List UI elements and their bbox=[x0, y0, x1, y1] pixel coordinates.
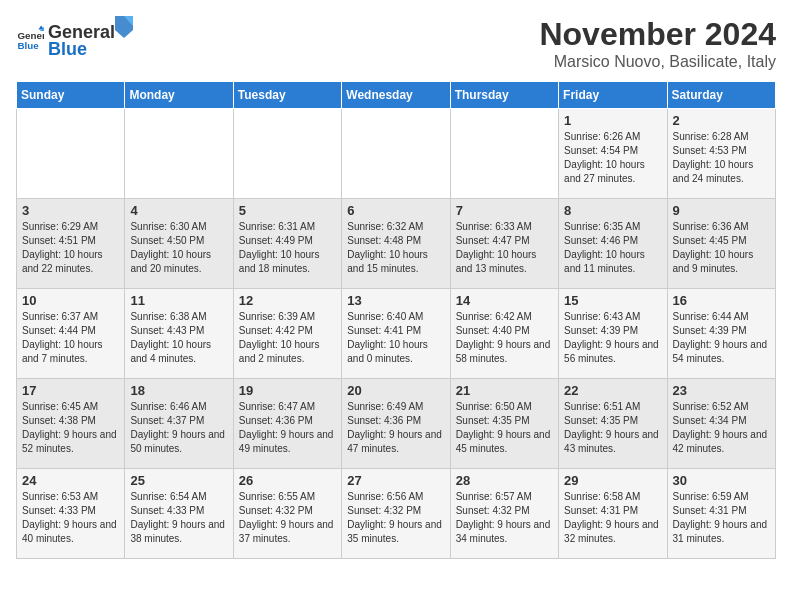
day-number: 4 bbox=[130, 203, 227, 218]
calendar-cell: 3Sunrise: 6:29 AM Sunset: 4:51 PM Daylig… bbox=[17, 199, 125, 289]
header: General Blue General Blue November 2024 … bbox=[16, 16, 776, 71]
day-info: Sunrise: 6:55 AM Sunset: 4:32 PM Dayligh… bbox=[239, 490, 336, 546]
day-info: Sunrise: 6:59 AM Sunset: 4:31 PM Dayligh… bbox=[673, 490, 770, 546]
day-number: 27 bbox=[347, 473, 444, 488]
calendar-cell bbox=[17, 109, 125, 199]
day-info: Sunrise: 6:45 AM Sunset: 4:38 PM Dayligh… bbox=[22, 400, 119, 456]
day-number: 18 bbox=[130, 383, 227, 398]
day-info: Sunrise: 6:37 AM Sunset: 4:44 PM Dayligh… bbox=[22, 310, 119, 366]
day-number: 30 bbox=[673, 473, 770, 488]
day-number: 28 bbox=[456, 473, 553, 488]
day-info: Sunrise: 6:52 AM Sunset: 4:34 PM Dayligh… bbox=[673, 400, 770, 456]
month-title: November 2024 bbox=[539, 16, 776, 53]
day-number: 29 bbox=[564, 473, 661, 488]
day-info: Sunrise: 6:42 AM Sunset: 4:40 PM Dayligh… bbox=[456, 310, 553, 366]
calendar-cell: 16Sunrise: 6:44 AM Sunset: 4:39 PM Dayli… bbox=[667, 289, 775, 379]
day-info: Sunrise: 6:58 AM Sunset: 4:31 PM Dayligh… bbox=[564, 490, 661, 546]
calendar-cell: 30Sunrise: 6:59 AM Sunset: 4:31 PM Dayli… bbox=[667, 469, 775, 559]
day-info: Sunrise: 6:50 AM Sunset: 4:35 PM Dayligh… bbox=[456, 400, 553, 456]
day-info: Sunrise: 6:49 AM Sunset: 4:36 PM Dayligh… bbox=[347, 400, 444, 456]
calendar-cell: 23Sunrise: 6:52 AM Sunset: 4:34 PM Dayli… bbox=[667, 379, 775, 469]
day-number: 20 bbox=[347, 383, 444, 398]
day-number: 14 bbox=[456, 293, 553, 308]
calendar-week-2: 3Sunrise: 6:29 AM Sunset: 4:51 PM Daylig… bbox=[17, 199, 776, 289]
day-number: 2 bbox=[673, 113, 770, 128]
logo: General Blue General Blue bbox=[16, 16, 133, 60]
calendar-cell: 12Sunrise: 6:39 AM Sunset: 4:42 PM Dayli… bbox=[233, 289, 341, 379]
calendar: Sunday Monday Tuesday Wednesday Thursday… bbox=[16, 81, 776, 559]
day-number: 26 bbox=[239, 473, 336, 488]
calendar-week-4: 17Sunrise: 6:45 AM Sunset: 4:38 PM Dayli… bbox=[17, 379, 776, 469]
header-thursday: Thursday bbox=[450, 82, 558, 109]
day-info: Sunrise: 6:35 AM Sunset: 4:46 PM Dayligh… bbox=[564, 220, 661, 276]
day-info: Sunrise: 6:30 AM Sunset: 4:50 PM Dayligh… bbox=[130, 220, 227, 276]
day-number: 11 bbox=[130, 293, 227, 308]
calendar-cell: 15Sunrise: 6:43 AM Sunset: 4:39 PM Dayli… bbox=[559, 289, 667, 379]
calendar-cell: 19Sunrise: 6:47 AM Sunset: 4:36 PM Dayli… bbox=[233, 379, 341, 469]
calendar-cell: 18Sunrise: 6:46 AM Sunset: 4:37 PM Dayli… bbox=[125, 379, 233, 469]
calendar-cell: 11Sunrise: 6:38 AM Sunset: 4:43 PM Dayli… bbox=[125, 289, 233, 379]
day-number: 16 bbox=[673, 293, 770, 308]
day-info: Sunrise: 6:29 AM Sunset: 4:51 PM Dayligh… bbox=[22, 220, 119, 276]
calendar-header-row: Sunday Monday Tuesday Wednesday Thursday… bbox=[17, 82, 776, 109]
day-number: 25 bbox=[130, 473, 227, 488]
day-number: 17 bbox=[22, 383, 119, 398]
day-number: 22 bbox=[564, 383, 661, 398]
day-info: Sunrise: 6:33 AM Sunset: 4:47 PM Dayligh… bbox=[456, 220, 553, 276]
calendar-cell: 22Sunrise: 6:51 AM Sunset: 4:35 PM Dayli… bbox=[559, 379, 667, 469]
day-info: Sunrise: 6:28 AM Sunset: 4:53 PM Dayligh… bbox=[673, 130, 770, 186]
day-info: Sunrise: 6:54 AM Sunset: 4:33 PM Dayligh… bbox=[130, 490, 227, 546]
day-info: Sunrise: 6:43 AM Sunset: 4:39 PM Dayligh… bbox=[564, 310, 661, 366]
calendar-cell: 27Sunrise: 6:56 AM Sunset: 4:32 PM Dayli… bbox=[342, 469, 450, 559]
calendar-cell: 14Sunrise: 6:42 AM Sunset: 4:40 PM Dayli… bbox=[450, 289, 558, 379]
calendar-cell: 21Sunrise: 6:50 AM Sunset: 4:35 PM Dayli… bbox=[450, 379, 558, 469]
calendar-cell: 9Sunrise: 6:36 AM Sunset: 4:45 PM Daylig… bbox=[667, 199, 775, 289]
calendar-cell: 1Sunrise: 6:26 AM Sunset: 4:54 PM Daylig… bbox=[559, 109, 667, 199]
calendar-cell: 5Sunrise: 6:31 AM Sunset: 4:49 PM Daylig… bbox=[233, 199, 341, 289]
calendar-cell: 4Sunrise: 6:30 AM Sunset: 4:50 PM Daylig… bbox=[125, 199, 233, 289]
day-number: 15 bbox=[564, 293, 661, 308]
day-number: 7 bbox=[456, 203, 553, 218]
day-number: 9 bbox=[673, 203, 770, 218]
calendar-cell: 29Sunrise: 6:58 AM Sunset: 4:31 PM Dayli… bbox=[559, 469, 667, 559]
day-info: Sunrise: 6:46 AM Sunset: 4:37 PM Dayligh… bbox=[130, 400, 227, 456]
day-number: 3 bbox=[22, 203, 119, 218]
calendar-cell: 6Sunrise: 6:32 AM Sunset: 4:48 PM Daylig… bbox=[342, 199, 450, 289]
calendar-cell: 28Sunrise: 6:57 AM Sunset: 4:32 PM Dayli… bbox=[450, 469, 558, 559]
calendar-week-5: 24Sunrise: 6:53 AM Sunset: 4:33 PM Dayli… bbox=[17, 469, 776, 559]
calendar-cell bbox=[342, 109, 450, 199]
calendar-cell: 17Sunrise: 6:45 AM Sunset: 4:38 PM Dayli… bbox=[17, 379, 125, 469]
calendar-week-1: 1Sunrise: 6:26 AM Sunset: 4:54 PM Daylig… bbox=[17, 109, 776, 199]
calendar-cell: 7Sunrise: 6:33 AM Sunset: 4:47 PM Daylig… bbox=[450, 199, 558, 289]
header-tuesday: Tuesday bbox=[233, 82, 341, 109]
day-number: 24 bbox=[22, 473, 119, 488]
day-number: 8 bbox=[564, 203, 661, 218]
calendar-cell: 8Sunrise: 6:35 AM Sunset: 4:46 PM Daylig… bbox=[559, 199, 667, 289]
day-number: 23 bbox=[673, 383, 770, 398]
day-info: Sunrise: 6:39 AM Sunset: 4:42 PM Dayligh… bbox=[239, 310, 336, 366]
calendar-cell bbox=[125, 109, 233, 199]
day-info: Sunrise: 6:26 AM Sunset: 4:54 PM Dayligh… bbox=[564, 130, 661, 186]
location-title: Marsico Nuovo, Basilicate, Italy bbox=[539, 53, 776, 71]
calendar-cell bbox=[450, 109, 558, 199]
day-number: 13 bbox=[347, 293, 444, 308]
calendar-cell: 26Sunrise: 6:55 AM Sunset: 4:32 PM Dayli… bbox=[233, 469, 341, 559]
day-info: Sunrise: 6:31 AM Sunset: 4:49 PM Dayligh… bbox=[239, 220, 336, 276]
day-number: 1 bbox=[564, 113, 661, 128]
header-monday: Monday bbox=[125, 82, 233, 109]
calendar-cell bbox=[233, 109, 341, 199]
day-info: Sunrise: 6:44 AM Sunset: 4:39 PM Dayligh… bbox=[673, 310, 770, 366]
day-info: Sunrise: 6:51 AM Sunset: 4:35 PM Dayligh… bbox=[564, 400, 661, 456]
title-area: November 2024 Marsico Nuovo, Basilicate,… bbox=[539, 16, 776, 71]
day-number: 12 bbox=[239, 293, 336, 308]
header-saturday: Saturday bbox=[667, 82, 775, 109]
day-number: 19 bbox=[239, 383, 336, 398]
calendar-week-3: 10Sunrise: 6:37 AM Sunset: 4:44 PM Dayli… bbox=[17, 289, 776, 379]
calendar-cell: 25Sunrise: 6:54 AM Sunset: 4:33 PM Dayli… bbox=[125, 469, 233, 559]
logo-icon: General Blue bbox=[16, 24, 44, 52]
day-number: 21 bbox=[456, 383, 553, 398]
day-info: Sunrise: 6:57 AM Sunset: 4:32 PM Dayligh… bbox=[456, 490, 553, 546]
calendar-cell: 20Sunrise: 6:49 AM Sunset: 4:36 PM Dayli… bbox=[342, 379, 450, 469]
day-number: 5 bbox=[239, 203, 336, 218]
calendar-cell: 13Sunrise: 6:40 AM Sunset: 4:41 PM Dayli… bbox=[342, 289, 450, 379]
